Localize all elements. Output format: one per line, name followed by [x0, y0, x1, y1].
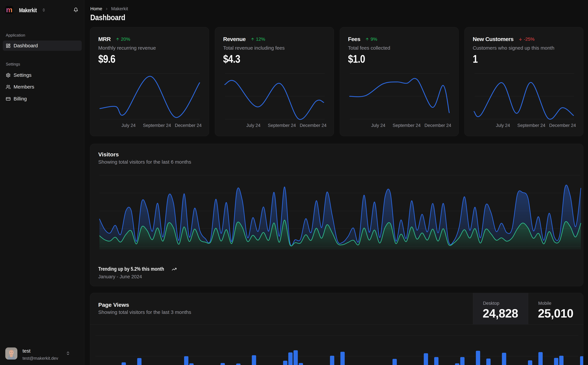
svg-text:July 24: July 24 — [496, 123, 510, 128]
svg-text:September 24: September 24 — [268, 123, 296, 128]
svg-text:December 24: December 24 — [175, 123, 202, 128]
svg-text:July 24: July 24 — [246, 123, 261, 128]
svg-text:December 24: December 24 — [300, 123, 326, 128]
svg-text:July 24: July 24 — [121, 123, 136, 128]
svg-text:September 24: September 24 — [517, 123, 545, 128]
svg-text:September 24: September 24 — [143, 123, 171, 128]
svg-text:September 24: September 24 — [393, 123, 421, 128]
svg-text:December 24: December 24 — [424, 123, 451, 128]
svg-text:December 24: December 24 — [549, 123, 576, 128]
svg-text:July 24: July 24 — [371, 123, 385, 128]
